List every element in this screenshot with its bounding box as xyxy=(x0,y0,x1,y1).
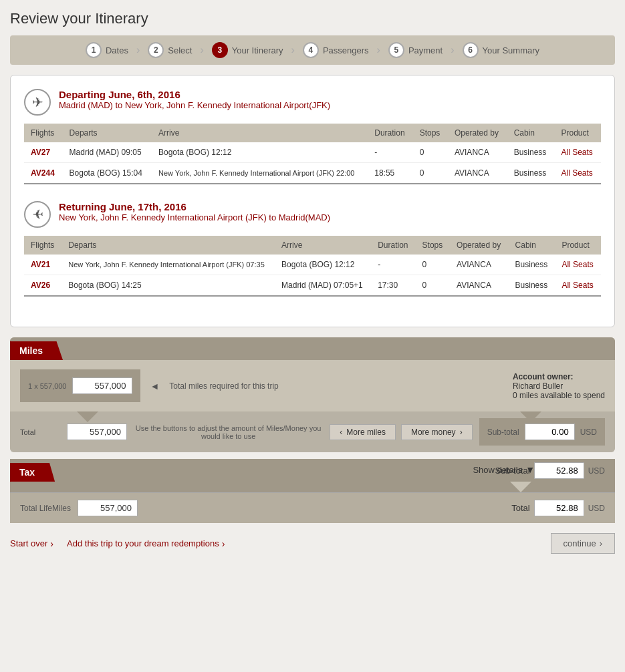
tax-subtotal-input[interactable] xyxy=(534,462,584,479)
miles-count-box: 1 x 557,000 xyxy=(20,369,140,402)
operator-av21: AVIANCA xyxy=(450,255,508,275)
plane-return-icon: ✈ xyxy=(24,201,51,228)
step-circle-5: 5 xyxy=(388,42,404,58)
step-divider-1: › xyxy=(135,44,141,56)
col-header-product-ret: Product xyxy=(555,236,601,255)
cabin-av26: Business xyxy=(509,275,555,297)
left-arrow-icon: ‹ xyxy=(340,428,342,437)
product-link-av26[interactable]: All Seats xyxy=(561,281,593,290)
dream-redemptions-arrow-icon: › xyxy=(222,538,225,549)
plane-depart-icon: ✈ xyxy=(24,89,51,116)
step-divider-3: › xyxy=(290,44,296,56)
total-miles-input[interactable] xyxy=(67,424,127,440)
progress-step-1[interactable]: 1 Dates xyxy=(79,42,135,58)
adjust-instruction: Use the buttons to adjust the amount of … xyxy=(134,424,323,440)
continue-label: continue xyxy=(564,538,596,548)
duration-av26: 17:30 xyxy=(371,275,415,297)
returning-section: ✈ Returning June, 17th, 2016 New York, J… xyxy=(24,201,601,297)
product-link-av21[interactable]: All Seats xyxy=(561,260,593,269)
col-header-departs-ret: Departs xyxy=(61,236,275,255)
right-arrow-icon: › xyxy=(460,428,463,437)
bottom-actions: Start over › Add this trip to your dream… xyxy=(10,523,615,564)
col-header-arrive-dep: Arrive xyxy=(152,124,368,142)
start-over-link[interactable]: Start over › xyxy=(10,538,53,549)
returning-route: New York, John F. Kennedy International … xyxy=(59,212,330,222)
cabin-av27: Business xyxy=(507,142,555,163)
departing-info: Departing June, 6th, 2016 Madrid (MAD) t… xyxy=(59,89,330,110)
tax-currency: USD xyxy=(588,466,605,476)
tax-triangle-container xyxy=(10,482,615,492)
table-row: AV244 Bogota (BOG) 15:04 New York, John … xyxy=(24,163,601,184)
flight-link-av244[interactable]: AV244 xyxy=(31,168,55,178)
total-lifemiles-label: Total LifeMiles xyxy=(20,504,71,513)
duration-av244: 18:55 xyxy=(368,163,412,184)
departing-table: Flights Departs Arrive Duration Stops Op… xyxy=(24,124,601,184)
table-row: AV27 Madrid (MAD) 09:05 Bogota (BOG) 12:… xyxy=(24,142,601,163)
flight-link-av27[interactable]: AV27 xyxy=(31,148,50,157)
progress-step-4[interactable]: 4 Passengers xyxy=(296,42,376,58)
total-lifemiles-input[interactable] xyxy=(78,500,138,516)
operator-av26: AVIANCA xyxy=(450,275,508,297)
step-label-3: Your Itinerary xyxy=(232,45,283,55)
miles-subtotal-block: Sub-total USD xyxy=(479,418,605,446)
col-header-duration-dep: Duration xyxy=(368,124,412,142)
step-label-1: Dates xyxy=(106,45,128,55)
dream-redemptions-link[interactable]: Add this trip to your dream redemptions … xyxy=(67,538,225,549)
arrives-av244: New York, John F. Kennedy International … xyxy=(152,163,368,184)
departs-av244: Bogota (BOG) 15:04 xyxy=(63,163,152,184)
progress-step-6[interactable]: 6 Your Summary xyxy=(456,42,547,58)
col-header-departs-dep: Departs xyxy=(63,124,152,142)
progress-step-3[interactable]: 3 Your Itinerary xyxy=(205,42,290,58)
continue-button[interactable]: continue › xyxy=(551,533,616,554)
step-label-4: Passengers xyxy=(323,45,369,55)
step-circle-1: 1 xyxy=(86,42,102,58)
product-link-av244[interactable]: All Seats xyxy=(561,168,592,178)
total-label-miles: Total xyxy=(20,428,60,436)
col-header-stops-dep: Stops xyxy=(413,124,448,142)
product-link-av27[interactable]: All Seats xyxy=(561,148,592,157)
col-header-duration-ret: Duration xyxy=(371,236,415,255)
miles-amount-input[interactable] xyxy=(72,377,132,394)
flight-link-av21[interactable]: AV21 xyxy=(31,260,50,269)
final-total-input[interactable] xyxy=(534,500,584,516)
departs-av26: Bogota (BOG) 14:25 xyxy=(61,275,275,297)
col-header-product-dep: Product xyxy=(554,124,601,142)
progress-step-5[interactable]: 5 Payment xyxy=(382,42,449,58)
table-row: AV21 New York, John F. Kennedy Internati… xyxy=(24,255,601,275)
dream-redemptions-label: Add this trip to your dream redemptions xyxy=(67,538,219,548)
returning-info: Returning June, 17th, 2016 New York, Joh… xyxy=(59,201,330,222)
col-header-flights-ret: Flights xyxy=(24,236,61,255)
returning-header: ✈ Returning June, 17th, 2016 New York, J… xyxy=(24,201,601,228)
cabin-av21: Business xyxy=(509,255,555,275)
subtotal-label-miles: Sub-total xyxy=(487,428,519,437)
flight-link-av26[interactable]: AV26 xyxy=(31,281,50,290)
departing-header: ✈ Departing June, 6th, 2016 Madrid (MAD)… xyxy=(24,89,601,116)
tax-section-label: Tax xyxy=(10,463,55,482)
adjust-controls: Use the buttons to adjust the amount of … xyxy=(134,424,473,440)
cabin-av244: Business xyxy=(507,163,555,184)
step-label-5: Payment xyxy=(408,45,443,55)
col-header-operated-ret: Operated by xyxy=(450,236,508,255)
step-divider-2: › xyxy=(199,44,205,56)
triangle-indicator-right xyxy=(520,411,541,422)
progress-step-2[interactable]: 2 Select xyxy=(141,42,199,58)
continue-arrow-icon: › xyxy=(600,538,602,548)
more-money-button[interactable]: More money › xyxy=(401,424,473,440)
departing-route: Madrid (MAD) to New York, John F. Kenned… xyxy=(59,100,330,110)
more-miles-button[interactable]: ‹ More miles xyxy=(330,424,396,440)
col-header-flights-dep: Flights xyxy=(24,124,63,142)
subtotal-miles-input[interactable] xyxy=(525,424,575,440)
miles-available: 0 miles available to spend xyxy=(513,391,605,400)
arrives-av26: Madrid (MAD) 07:05+1 xyxy=(275,275,371,297)
account-owner-name: Richard Buller xyxy=(513,381,605,391)
col-header-arrive-ret: Arrive xyxy=(275,236,371,255)
start-over-arrow-icon: › xyxy=(50,538,53,549)
miles-currency: USD xyxy=(580,428,597,437)
returning-table: Flights Departs Arrive Duration Stops Op… xyxy=(24,236,601,297)
miles-multiplier: 1 x 557,000 xyxy=(28,382,67,390)
page-title: Review your Itinerary xyxy=(10,10,615,27)
arrives-av27: Bogota (BOG) 12:12 xyxy=(152,142,368,163)
totals-final-row: Total LifeMiles Total USD xyxy=(10,492,615,523)
final-currency: USD xyxy=(588,504,605,513)
stops-av27: 0 xyxy=(413,142,448,163)
